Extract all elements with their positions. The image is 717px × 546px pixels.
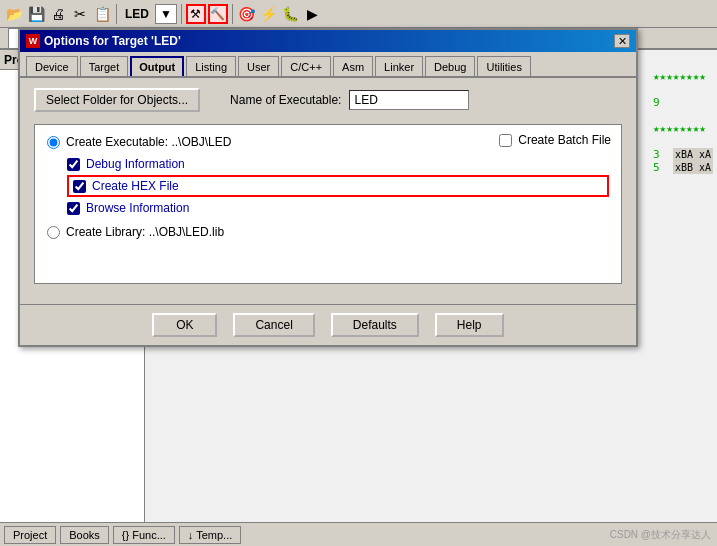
content-box: Create Executable: ..\OBJ\LED Debug Info… [34,124,622,284]
create-hex-checkbox[interactable] [73,180,86,193]
tab-target[interactable]: Target [80,56,129,76]
create-library-radio[interactable] [47,226,60,239]
create-batch-checkbox[interactable] [499,134,512,147]
tab-linker[interactable]: Linker [375,56,423,76]
tab-output[interactable]: Output [130,56,184,76]
dialog-tabs: Device Target Output Listing User C/C++ … [20,52,636,78]
defaults-button[interactable]: Defaults [331,313,419,337]
tab-user[interactable]: User [238,56,279,76]
options-dialog: W Options for Target 'LED' ✕ Device Targ… [18,28,638,347]
browse-info-checkbox[interactable] [67,202,80,215]
browse-info-group: Browse Information [67,201,609,215]
name-input[interactable] [349,90,469,110]
create-hex-group: Create HEX File [67,175,609,197]
tab-cpp[interactable]: C/C++ [281,56,331,76]
ok-button[interactable]: OK [152,313,217,337]
name-field-row: Name of Executable: [230,90,469,110]
browse-info-label[interactable]: Browse Information [67,201,609,215]
tab-listing[interactable]: Listing [186,56,236,76]
tab-device[interactable]: Device [26,56,78,76]
tab-asm[interactable]: Asm [333,56,373,76]
debug-info-checkbox[interactable] [67,158,80,171]
tab-debug[interactable]: Debug [425,56,475,76]
create-batch-group: Create Batch File [499,133,611,147]
create-library-group: Create Library: ..\OBJ\LED.lib [47,225,609,239]
modal-overlay: W Options for Target 'LED' ✕ Device Targ… [0,0,717,546]
cancel-button[interactable]: Cancel [233,313,314,337]
create-executable-radio[interactable] [47,136,60,149]
debug-info-group: Debug Information [67,157,609,171]
help-button[interactable]: Help [435,313,504,337]
create-hex-label[interactable]: Create HEX File [67,175,609,197]
create-batch-label: Create Batch File [518,133,611,147]
dialog-close-button[interactable]: ✕ [614,34,630,48]
dialog-title-text: Options for Target 'LED' [44,34,181,48]
dialog-row1: Select Folder for Objects... Name of Exe… [34,88,622,112]
name-label: Name of Executable: [230,93,341,107]
debug-info-label[interactable]: Debug Information [67,157,609,171]
dialog-titlebar: W Options for Target 'LED' ✕ [20,30,636,52]
dialog-footer: OK Cancel Defaults Help [20,304,636,345]
dialog-body: Select Folder for Objects... Name of Exe… [20,78,636,304]
tab-utilities[interactable]: Utilities [477,56,530,76]
create-library-label[interactable]: Create Library: ..\OBJ\LED.lib [47,225,609,239]
select-folder-button[interactable]: Select Folder for Objects... [34,88,200,112]
dialog-title-icon: W [26,34,40,48]
